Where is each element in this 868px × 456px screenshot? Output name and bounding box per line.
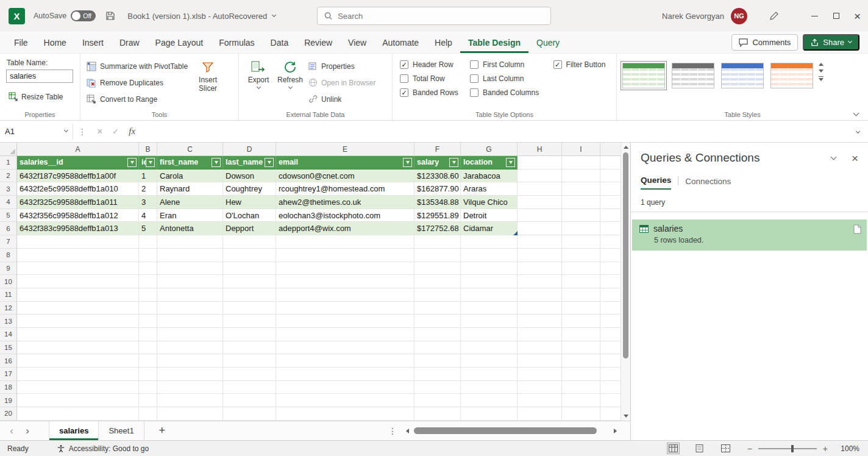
row-header-2[interactable]: 2 — [0, 169, 17, 183]
grid-cell[interactable] — [157, 341, 223, 355]
grid-cell[interactable] — [461, 341, 518, 355]
open-in-browser-button[interactable]: Open in Browser — [306, 74, 378, 91]
table-header-cell[interactable]: salaries__id — [17, 156, 139, 169]
ribbon-tab-automate[interactable]: Automate — [374, 32, 427, 53]
table-cell[interactable]: Dowson — [223, 169, 276, 183]
insert-slicer-button[interactable]: Insert Slicer — [190, 57, 226, 109]
grid-cell[interactable] — [600, 288, 621, 302]
grid-cell[interactable] — [414, 407, 461, 421]
panel-close-button[interactable]: × — [852, 152, 858, 164]
grid-cell[interactable] — [461, 368, 518, 381]
grid-cell[interactable] — [17, 249, 139, 262]
row-header-13[interactable]: 13 — [0, 315, 17, 328]
table-cell[interactable]: $162877.90 — [414, 182, 461, 196]
grid-cell[interactable] — [139, 341, 157, 355]
grid-cell[interactable] — [562, 315, 600, 328]
grid-cell[interactable] — [17, 381, 139, 394]
grid-cell[interactable] — [223, 262, 276, 276]
ribbon-tab-view[interactable]: View — [340, 32, 374, 53]
table-properties-button[interactable]: Properties — [306, 58, 378, 74]
grid-cell[interactable] — [276, 288, 414, 302]
grid-cell[interactable] — [17, 302, 139, 315]
table-cell[interactable]: $123308.60 — [414, 169, 461, 183]
grid-cell[interactable] — [461, 354, 518, 368]
column-header-a[interactable]: A — [17, 143, 139, 156]
unchecked-checkbox-icon[interactable] — [470, 88, 478, 97]
grid-cell[interactable] — [518, 275, 562, 288]
grid-cell[interactable] — [157, 249, 223, 262]
vertical-scroll-thumb[interactable] — [623, 152, 628, 358]
accessibility-status[interactable]: Accessibility: Good to go — [57, 444, 149, 453]
next-sheet-button[interactable]: › — [20, 425, 35, 437]
table-style-green[interactable] — [621, 61, 667, 90]
query-list-item[interactable]: salaries 5 rows loaded. — [632, 219, 867, 251]
table-cell[interactable]: $172752.68 — [414, 222, 461, 235]
gallery-down-button[interactable] — [819, 69, 824, 73]
grid-cell[interactable] — [562, 235, 600, 249]
table-cell[interactable]: 4 — [139, 209, 157, 223]
minimize-button[interactable] — [804, 0, 825, 32]
table-cell[interactable]: Hew — [223, 196, 276, 209]
grid-cell[interactable] — [600, 315, 621, 328]
grid-cell[interactable] — [562, 275, 600, 288]
row-header-15[interactable]: 15 — [0, 341, 17, 355]
grid-cell[interactable] — [461, 381, 518, 394]
ribbon-tab-draw[interactable]: Draw — [112, 32, 148, 53]
search-input[interactable] — [338, 12, 544, 21]
column-header-e[interactable]: E — [276, 143, 414, 156]
grid-cell[interactable] — [562, 262, 600, 276]
filter-button[interactable] — [506, 158, 515, 167]
grid-cell[interactable] — [600, 328, 621, 341]
ribbon-tab-table-design[interactable]: Table Design — [460, 32, 528, 53]
grid-cell[interactable] — [276, 235, 414, 249]
style-option-filter-button[interactable]: ✓Filter Button — [553, 60, 613, 69]
ribbon-tab-query[interactable]: Query — [528, 32, 567, 53]
column-header-f[interactable]: F — [414, 143, 461, 156]
panel-tab-queries[interactable]: Queries — [641, 176, 671, 190]
grid-cell[interactable] — [139, 302, 157, 315]
grid-cell[interactable] — [600, 262, 621, 276]
column-header-c[interactable]: C — [157, 143, 223, 156]
grid-cell[interactable] — [157, 354, 223, 368]
grid-cell[interactable] — [157, 328, 223, 341]
grid-cell[interactable] — [600, 182, 621, 196]
grid-cell[interactable] — [562, 368, 600, 381]
row-header-4[interactable]: 4 — [0, 196, 17, 209]
grid-cell[interactable] — [518, 407, 562, 421]
style-option-last-column[interactable]: Last Column — [470, 74, 550, 83]
insert-function-button[interactable]: fx — [129, 126, 135, 137]
grid-cell[interactable] — [139, 288, 157, 302]
grid-cell[interactable] — [414, 262, 461, 276]
sheet-bar-handle[interactable]: ⋮ — [388, 426, 397, 436]
column-header-b[interactable]: B — [139, 143, 157, 156]
table-style-blue[interactable] — [719, 61, 766, 90]
grid-cell[interactable] — [600, 302, 621, 315]
prev-sheet-button[interactable]: ‹ — [4, 425, 20, 437]
row-header-12[interactable]: 12 — [0, 302, 17, 315]
ribbon-tab-file[interactable]: File — [6, 32, 36, 53]
row-header-19[interactable]: 19 — [0, 394, 17, 407]
grid-cell[interactable] — [414, 235, 461, 249]
ribbon-tab-home[interactable]: Home — [36, 32, 74, 53]
style-option-header-row[interactable]: ✓Header Row — [400, 60, 466, 69]
style-option-banded-rows[interactable]: ✓Banded Rows — [400, 88, 466, 97]
grid-cell[interactable] — [600, 169, 621, 183]
page-break-view-button[interactable] — [720, 443, 731, 454]
formula-input[interactable] — [141, 121, 848, 142]
ribbon-tab-insert[interactable]: Insert — [74, 32, 112, 53]
grid-cell[interactable] — [157, 407, 223, 421]
table-style-orange[interactable] — [769, 61, 815, 90]
grid-cell[interactable] — [518, 249, 562, 262]
row-header-8[interactable]: 8 — [0, 249, 17, 262]
horizontal-scrollbar[interactable] — [406, 427, 617, 435]
grid-cell[interactable] — [518, 182, 562, 196]
table-cell[interactable]: eolochan3@istockphoto.com — [276, 209, 414, 223]
convert-to-range-button[interactable]: Convert to Range — [84, 91, 190, 107]
grid-cell[interactable] — [414, 249, 461, 262]
grid-cell[interactable] — [17, 394, 139, 407]
grid-cell[interactable] — [17, 262, 139, 276]
ribbon-tab-page-layout[interactable]: Page Layout — [148, 32, 212, 53]
filter-button[interactable] — [146, 158, 155, 167]
table-header-cell[interactable]: last_name — [223, 156, 276, 169]
table-cell[interactable]: Antonetta — [157, 222, 223, 235]
